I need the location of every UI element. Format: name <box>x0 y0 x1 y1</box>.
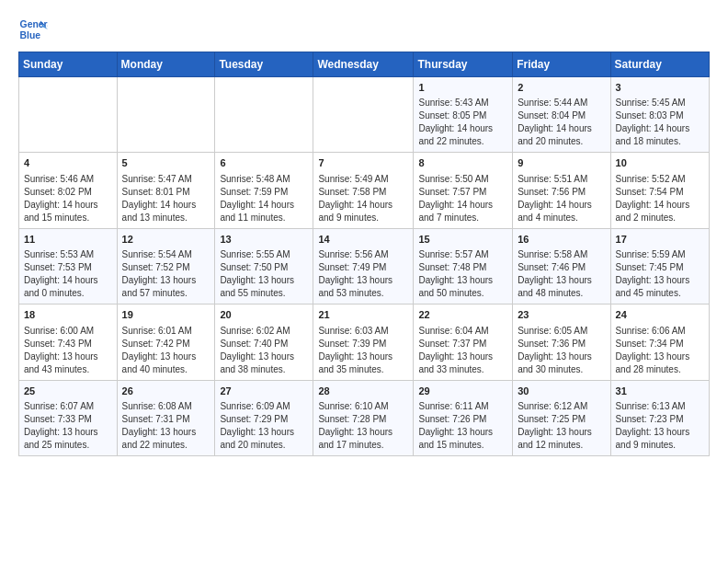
day-info: Sunrise: 5:57 AM Sunset: 7:48 PM Dayligh… <box>418 248 507 300</box>
day-info: Sunrise: 5:43 AM Sunset: 8:05 PM Dayligh… <box>418 97 507 148</box>
day-info: Sunrise: 6:00 AM Sunset: 7:43 PM Dayligh… <box>24 325 112 376</box>
day-number: 12 <box>122 233 210 247</box>
calendar-cell: 13Sunrise: 5:55 AM Sunset: 7:50 PM Dayli… <box>215 228 313 304</box>
weekday-header-wednesday: Wednesday <box>313 52 414 77</box>
calendar-cell: 12Sunrise: 5:54 AM Sunset: 7:52 PM Dayli… <box>117 228 215 304</box>
day-info: Sunrise: 5:54 AM Sunset: 7:52 PM Dayligh… <box>122 248 210 300</box>
calendar-cell <box>313 77 414 153</box>
day-info: Sunrise: 5:45 AM Sunset: 8:03 PM Dayligh… <box>616 97 704 148</box>
day-info: Sunrise: 6:08 AM Sunset: 7:31 PM Dayligh… <box>122 400 210 452</box>
day-info: Sunrise: 5:49 AM Sunset: 7:58 PM Dayligh… <box>318 173 408 224</box>
day-number: 4 <box>24 156 112 170</box>
day-info: Sunrise: 6:11 AM Sunset: 7:26 PM Dayligh… <box>418 400 507 452</box>
day-number: 31 <box>616 385 704 398</box>
weekday-header-sunday: Sunday <box>19 52 118 77</box>
day-number: 5 <box>122 156 210 170</box>
day-info: Sunrise: 6:04 AM Sunset: 7:37 PM Dayligh… <box>418 325 507 376</box>
calendar-cell: 2Sunrise: 5:44 AM Sunset: 8:04 PM Daylig… <box>513 77 610 153</box>
day-info: Sunrise: 5:51 AM Sunset: 7:56 PM Dayligh… <box>518 173 605 224</box>
day-number: 2 <box>518 81 605 95</box>
day-number: 28 <box>318 385 408 398</box>
calendar-table: SundayMondayTuesdayWednesdayThursdayFrid… <box>18 52 710 456</box>
day-number: 6 <box>220 156 308 170</box>
calendar-week-2: 4Sunrise: 5:46 AM Sunset: 8:02 PM Daylig… <box>19 153 710 228</box>
day-info: Sunrise: 5:55 AM Sunset: 7:50 PM Dayligh… <box>220 248 308 300</box>
day-info: Sunrise: 6:07 AM Sunset: 7:33 PM Dayligh… <box>24 400 112 452</box>
calendar-week-4: 18Sunrise: 6:00 AM Sunset: 7:43 PM Dayli… <box>19 304 710 380</box>
svg-text:Blue: Blue <box>20 30 41 40</box>
day-info: Sunrise: 6:10 AM Sunset: 7:28 PM Dayligh… <box>318 400 408 452</box>
day-info: Sunrise: 5:59 AM Sunset: 7:45 PM Dayligh… <box>616 248 704 300</box>
calendar-cell: 10Sunrise: 5:52 AM Sunset: 7:54 PM Dayli… <box>610 153 709 228</box>
day-number: 7 <box>318 156 408 170</box>
day-number: 23 <box>518 308 605 322</box>
calendar-cell: 21Sunrise: 6:03 AM Sunset: 7:39 PM Dayli… <box>313 304 414 380</box>
calendar-cell <box>19 77 118 153</box>
day-number: 22 <box>418 308 507 322</box>
day-number: 29 <box>418 385 507 398</box>
logo: General Blue <box>18 15 51 44</box>
day-info: Sunrise: 5:50 AM Sunset: 7:57 PM Dayligh… <box>418 173 507 224</box>
day-info: Sunrise: 5:48 AM Sunset: 7:59 PM Dayligh… <box>220 173 308 224</box>
day-info: Sunrise: 6:09 AM Sunset: 7:29 PM Dayligh… <box>220 400 308 452</box>
calendar-cell: 18Sunrise: 6:00 AM Sunset: 7:43 PM Dayli… <box>19 304 118 380</box>
day-info: Sunrise: 6:03 AM Sunset: 7:39 PM Dayligh… <box>318 325 408 376</box>
calendar-cell: 27Sunrise: 6:09 AM Sunset: 7:29 PM Dayli… <box>215 380 313 455</box>
calendar-cell: 25Sunrise: 6:07 AM Sunset: 7:33 PM Dayli… <box>19 380 118 455</box>
calendar-cell: 26Sunrise: 6:08 AM Sunset: 7:31 PM Dayli… <box>117 380 215 455</box>
calendar-cell: 22Sunrise: 6:04 AM Sunset: 7:37 PM Dayli… <box>414 304 513 380</box>
day-info: Sunrise: 5:44 AM Sunset: 8:04 PM Dayligh… <box>518 97 605 148</box>
calendar-cell: 11Sunrise: 5:53 AM Sunset: 7:53 PM Dayli… <box>19 228 118 304</box>
day-number: 16 <box>518 233 605 247</box>
calendar-week-3: 11Sunrise: 5:53 AM Sunset: 7:53 PM Dayli… <box>19 228 710 304</box>
calendar-week-1: 1Sunrise: 5:43 AM Sunset: 8:05 PM Daylig… <box>19 77 710 153</box>
day-number: 8 <box>418 156 507 170</box>
calendar-cell: 16Sunrise: 5:58 AM Sunset: 7:46 PM Dayli… <box>513 228 610 304</box>
calendar-cell: 30Sunrise: 6:12 AM Sunset: 7:25 PM Dayli… <box>513 380 610 455</box>
calendar-cell: 19Sunrise: 6:01 AM Sunset: 7:42 PM Dayli… <box>117 304 215 380</box>
day-number: 24 <box>616 308 704 322</box>
logo-icon: General Blue <box>18 15 48 44</box>
calendar-cell: 23Sunrise: 6:05 AM Sunset: 7:36 PM Dayli… <box>513 304 610 380</box>
day-number: 25 <box>24 385 112 398</box>
weekday-header-monday: Monday <box>117 52 215 77</box>
calendar-cell: 9Sunrise: 5:51 AM Sunset: 7:56 PM Daylig… <box>513 153 610 228</box>
weekday-header-saturday: Saturday <box>610 52 709 77</box>
day-info: Sunrise: 6:06 AM Sunset: 7:34 PM Dayligh… <box>616 325 704 376</box>
calendar-cell: 8Sunrise: 5:50 AM Sunset: 7:57 PM Daylig… <box>414 153 513 228</box>
day-number: 18 <box>24 308 112 322</box>
calendar-cell: 31Sunrise: 6:13 AM Sunset: 7:23 PM Dayli… <box>610 380 709 455</box>
day-number: 30 <box>518 385 605 398</box>
calendar-cell: 29Sunrise: 6:11 AM Sunset: 7:26 PM Dayli… <box>414 380 513 455</box>
day-info: Sunrise: 5:46 AM Sunset: 8:02 PM Dayligh… <box>24 173 112 224</box>
day-info: Sunrise: 5:52 AM Sunset: 7:54 PM Dayligh… <box>616 173 704 224</box>
calendar-body: 1Sunrise: 5:43 AM Sunset: 8:05 PM Daylig… <box>19 77 710 456</box>
day-info: Sunrise: 5:56 AM Sunset: 7:49 PM Dayligh… <box>318 248 408 300</box>
day-number: 20 <box>220 308 308 322</box>
weekday-header-friday: Friday <box>513 52 610 77</box>
day-info: Sunrise: 6:05 AM Sunset: 7:36 PM Dayligh… <box>518 325 605 376</box>
day-number: 3 <box>616 81 704 95</box>
calendar-cell: 15Sunrise: 5:57 AM Sunset: 7:48 PM Dayli… <box>414 228 513 304</box>
day-number: 15 <box>418 233 507 247</box>
day-number: 11 <box>24 233 112 247</box>
day-info: Sunrise: 6:02 AM Sunset: 7:40 PM Dayligh… <box>220 325 308 376</box>
calendar-cell: 6Sunrise: 5:48 AM Sunset: 7:59 PM Daylig… <box>215 153 313 228</box>
calendar-cell: 3Sunrise: 5:45 AM Sunset: 8:03 PM Daylig… <box>610 77 709 153</box>
day-number: 17 <box>616 233 704 247</box>
calendar-cell: 20Sunrise: 6:02 AM Sunset: 7:40 PM Dayli… <box>215 304 313 380</box>
day-number: 27 <box>220 385 308 398</box>
calendar-cell <box>215 77 313 153</box>
page-header: General Blue <box>18 15 710 44</box>
day-info: Sunrise: 5:58 AM Sunset: 7:46 PM Dayligh… <box>518 248 605 300</box>
day-info: Sunrise: 5:47 AM Sunset: 8:01 PM Dayligh… <box>122 173 210 224</box>
calendar-cell: 24Sunrise: 6:06 AM Sunset: 7:34 PM Dayli… <box>610 304 709 380</box>
day-info: Sunrise: 6:12 AM Sunset: 7:25 PM Dayligh… <box>518 400 605 452</box>
day-number: 14 <box>318 233 408 247</box>
calendar-cell: 17Sunrise: 5:59 AM Sunset: 7:45 PM Dayli… <box>610 228 709 304</box>
calendar-cell <box>117 77 215 153</box>
calendar-cell: 14Sunrise: 5:56 AM Sunset: 7:49 PM Dayli… <box>313 228 414 304</box>
calendar-cell: 1Sunrise: 5:43 AM Sunset: 8:05 PM Daylig… <box>414 77 513 153</box>
weekday-header-thursday: Thursday <box>414 52 513 77</box>
day-info: Sunrise: 6:13 AM Sunset: 7:23 PM Dayligh… <box>616 400 704 452</box>
